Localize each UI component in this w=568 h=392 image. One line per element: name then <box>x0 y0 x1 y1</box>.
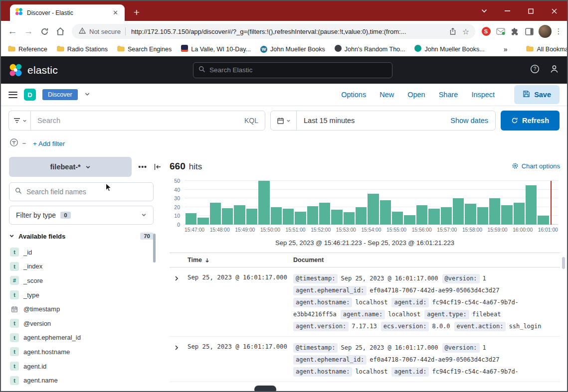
histogram-bar[interactable] <box>392 212 403 225</box>
extension-icon-red[interactable]: S <box>479 25 493 38</box>
browser-tab[interactable]: Discover - Elastic ✕ <box>10 4 125 21</box>
elastic-logo[interactable]: elastic <box>9 64 58 77</box>
time-column-header[interactable]: Time <box>188 257 293 263</box>
field-item-agent.name[interactable]: tagent.name <box>9 373 162 388</box>
appbar-link-new[interactable]: New <box>379 91 394 99</box>
profile-avatar[interactable] <box>539 25 552 38</box>
save-button[interactable]: Save <box>514 85 560 104</box>
histogram-bar[interactable] <box>526 185 537 225</box>
reload-icon[interactable] <box>37 24 52 39</box>
histogram-bar[interactable] <box>234 205 245 225</box>
help-icon[interactable]: ? <box>530 64 540 76</box>
histogram-bar[interactable] <box>477 207 488 225</box>
histogram-bar[interactable] <box>197 218 208 225</box>
chart-options-button[interactable]: Chart options <box>512 162 560 170</box>
time-range-value[interactable]: Last 15 minutes <box>304 117 355 125</box>
field-item-@timestamp[interactable]: @timestamp <box>9 302 162 316</box>
index-pattern-select[interactable]: filebeat-* <box>9 157 132 177</box>
filter-set-icon[interactable] <box>9 138 18 149</box>
bookmark-item[interactable]: Reference <box>8 45 47 53</box>
appbar-link-open[interactable]: Open <box>407 91 425 99</box>
collapse-sidebar-icon[interactable] <box>154 163 162 171</box>
calendar-button[interactable] <box>271 111 297 130</box>
add-filter-button[interactable]: + Add filter <box>33 140 65 147</box>
elastic-search-input[interactable] <box>209 66 387 74</box>
forward-icon[interactable]: → <box>21 24 36 39</box>
histogram-bar[interactable] <box>501 205 512 225</box>
histogram-bar[interactable] <box>344 212 355 225</box>
histogram-bar[interactable] <box>222 208 233 225</box>
show-dates-button[interactable]: Show dates <box>450 117 488 125</box>
elastic-search-box[interactable] <box>193 62 392 78</box>
field-item-agent.hostname[interactable]: tagent.hostname <box>9 345 162 359</box>
filter-by-type[interactable]: Filter by type 0 <box>9 206 154 225</box>
histogram-bar[interactable] <box>210 203 221 225</box>
bookmark-item[interactable]: John Mueller Books... <box>414 45 484 53</box>
bookmark-star-icon[interactable]: ☆ <box>459 25 472 38</box>
refresh-button[interactable]: Refresh <box>501 111 560 131</box>
tab-close-icon[interactable]: ✕ <box>111 8 120 17</box>
field-item-agent.id[interactable]: tagent.id <box>9 359 162 374</box>
share-icon[interactable] <box>446 25 459 38</box>
field-search-input[interactable] <box>26 188 148 196</box>
appbar-link-share[interactable]: Share <box>439 91 458 99</box>
histogram-bar[interactable] <box>428 209 439 225</box>
extension-icon-mail[interactable] <box>494 25 507 38</box>
appbar-link-options[interactable]: Options <box>341 91 366 99</box>
field-item-_type[interactable]: t_type <box>9 288 162 302</box>
histogram-bar[interactable] <box>246 209 257 225</box>
home-icon[interactable] <box>53 24 68 39</box>
side-panel-icon[interactable] <box>523 25 536 38</box>
histogram-bar[interactable] <box>416 205 427 225</box>
histogram-bar[interactable] <box>319 203 330 225</box>
histogram-bar[interactable] <box>283 209 294 225</box>
histogram-bar[interactable] <box>538 216 549 225</box>
sidebar-options-icon[interactable]: ••• <box>138 163 147 171</box>
space-avatar[interactable]: D <box>24 89 36 101</box>
chart-plot[interactable] <box>185 181 558 225</box>
histogram-bar[interactable] <box>489 198 500 225</box>
kql-language-button[interactable]: KQL <box>244 117 258 125</box>
histogram-bar[interactable] <box>295 212 306 225</box>
expand-row-button[interactable] <box>171 272 183 284</box>
browser-menu-icon[interactable]: ⋮ <box>554 27 563 36</box>
histogram-bar[interactable] <box>441 207 452 225</box>
histogram-bar[interactable] <box>356 207 367 225</box>
available-fields-accordion[interactable]: Available fields 70 <box>9 232 154 241</box>
close-icon[interactable] <box>543 1 566 21</box>
bookmark-item[interactable]: Search Engines <box>117 45 172 53</box>
extensions-puzzle-icon[interactable] <box>508 25 522 38</box>
field-item-_index[interactable]: t_index <box>9 260 162 274</box>
bookmark-item[interactable]: WJohn Mueller Books <box>260 45 325 53</box>
field-item-@version[interactable]: t@version <box>9 316 162 331</box>
histogram-bar[interactable] <box>453 198 464 225</box>
field-item-_id[interactable]: t_id <box>9 245 162 260</box>
back-icon[interactable]: ← <box>5 24 20 39</box>
histogram-bar[interactable] <box>258 181 269 225</box>
minimize-icon[interactable] <box>496 1 519 21</box>
new-tab-button[interactable]: + <box>131 6 143 18</box>
window-menu-chevron-icon[interactable] <box>472 1 496 21</box>
appbar-link-inspect[interactable]: Inspect <box>471 91 495 99</box>
bookmark-item[interactable]: La Valle, WI 10-Day... <box>181 45 251 53</box>
bookmark-item[interactable]: John's Random Tho... <box>335 45 405 53</box>
field-item-_score[interactable]: #_score <box>9 273 162 288</box>
address-bar[interactable]: Not secure http://172.105.7.150/app/disc… <box>72 24 475 39</box>
histogram-bar[interactable] <box>186 213 196 225</box>
histogram-bar[interactable] <box>331 210 342 225</box>
histogram-bar[interactable] <box>514 203 525 225</box>
expand-row-button[interactable] <box>171 342 183 354</box>
histogram-bar[interactable] <box>404 215 415 225</box>
histogram-bar[interactable] <box>380 200 391 225</box>
maximize-icon[interactable] <box>519 1 543 21</box>
query-search-input[interactable] <box>37 117 240 125</box>
bookmarks-overflow-icon[interactable]: » <box>504 45 508 53</box>
bookmark-item[interactable]: Radio Stations <box>57 45 108 53</box>
breadcrumb-chevron-icon[interactable] <box>84 90 90 99</box>
table-scrollbar-thumb[interactable] <box>562 257 565 269</box>
sidebar-scrollbar-thumb[interactable] <box>153 234 156 262</box>
menu-hamburger-icon[interactable] <box>8 92 17 98</box>
all-bookmarks[interactable]: All Bookmarks <box>526 45 568 53</box>
alerts-icon[interactable] <box>550 64 559 76</box>
field-item-agent.ephemeral_id[interactable]: tagent.ephemeral_id <box>9 331 162 345</box>
